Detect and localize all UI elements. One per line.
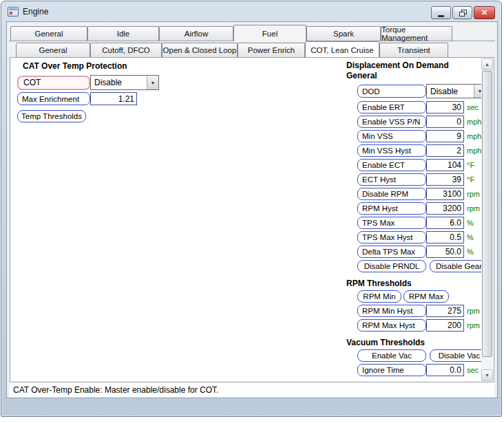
ect-hyst-unit: °F (467, 175, 474, 184)
cot-dropdown-arrow-icon[interactable]: ▼ (147, 76, 158, 89)
ignore-time-unit: sec (467, 366, 479, 374)
min-vss-hyst-value[interactable]: 2 (426, 144, 464, 157)
scrollbar-thumb[interactable] (482, 71, 492, 357)
dod-heading: Displacement On Demand (346, 61, 492, 71)
cot-param-label[interactable]: COT (17, 76, 90, 90)
titlebar[interactable]: Engine ✕ (1, 1, 501, 21)
disable-vac-button[interactable]: Disable Vac (430, 349, 489, 362)
ect-hyst-value[interactable]: 39 (426, 173, 464, 186)
min-vss-hyst-unit: mph (467, 147, 481, 155)
dod-dropdown[interactable]: Disable ▼ (426, 84, 486, 98)
rpm-buttons-row: RPM Min RPM Max (357, 290, 492, 303)
tps-max-unit: % (467, 219, 474, 227)
vacuum-thresholds-heading: Vacuum Thresholds (346, 338, 492, 348)
tab-idle[interactable]: Idle (87, 26, 159, 41)
tab-row-main: General Idle Airflow Fuel Spark Torque M… (10, 26, 452, 41)
tab-airflow[interactable]: Airflow (159, 26, 233, 41)
tab-fuel[interactable]: Fuel (233, 25, 306, 41)
min-vss-hyst-label[interactable]: Min VSS Hyst (357, 144, 426, 157)
enable-ert-unit: sec (467, 103, 479, 111)
delta-tps-max-label[interactable]: Delta TPS Max (357, 246, 426, 258)
tps-max-hyst-unit: % (467, 233, 474, 241)
vacuum-buttons-row: Enable Vac Disable Vac (357, 349, 492, 362)
field-row-enable-vss-pn: Enable VSS P/N 0 mph (357, 116, 492, 128)
tab-spark[interactable]: Spark (306, 26, 381, 41)
status-text: CAT Over-Temp Enable: Master enable/disa… (13, 385, 218, 395)
vertical-scrollbar[interactable]: ▲ ▼ (481, 58, 493, 381)
minimize-button[interactable] (431, 6, 451, 19)
enable-vss-pn-value[interactable]: 0 (426, 116, 464, 128)
disable-rpm-value[interactable]: 3100 (426, 188, 464, 200)
tps-max-hyst-label[interactable]: TPS Max Hyst (357, 231, 426, 243)
min-vss-value[interactable]: 9 (426, 130, 464, 142)
dod-buttons-row: Disable PRNDL Disable Gear (357, 260, 492, 272)
enable-vss-pn-label[interactable]: Enable VSS P/N (357, 116, 426, 128)
ignore-time-label[interactable]: Ignore Time (357, 364, 426, 376)
displacement-on-demand-panel: Displacement On Demand General DOD Disab… (339, 61, 492, 378)
window-controls: ✕ (431, 6, 495, 19)
rpm-max-hyst-label[interactable]: RPM Max Hyst (357, 319, 426, 332)
min-vss-label[interactable]: Min VSS (357, 130, 426, 142)
disable-gear-button[interactable]: Disable Gear (430, 260, 488, 272)
dod-param-label[interactable]: DOD (357, 85, 426, 98)
engine-window: Engine ✕ General Idle Airflow Fuel Spark… (1, 1, 502, 417)
field-row-rpm-hyst: RPM Hyst 3200 rpm (357, 202, 492, 215)
delta-tps-max-value[interactable]: 50.0 (426, 246, 464, 258)
enable-ert-label[interactable]: Enable ERT (357, 101, 426, 113)
field-row-delta-tps-max: Delta TPS Max 50.0 % (357, 246, 492, 258)
enable-vss-pn-unit: mph (467, 118, 481, 126)
content-pane: CAT Over Temp Protection COT Disable ▼ M… (10, 57, 494, 382)
rpm-max-hyst-value[interactable]: 200 (426, 319, 464, 332)
subtab-cutoff-dfco[interactable]: Cutoff, DFCO (90, 43, 162, 57)
rpm-min-hyst-label[interactable]: RPM Min Hyst (357, 305, 426, 317)
ect-hyst-label[interactable]: ECT Hyst (357, 173, 426, 186)
screen: Engine ✕ General Idle Airflow Fuel Spark… (0, 0, 504, 423)
temp-thresholds-button[interactable]: Temp Thresholds (17, 110, 86, 122)
tps-max-hyst-value[interactable]: 0.5 (426, 231, 464, 243)
field-row-rpm-max-hyst: RPM Max Hyst 200 rpm (357, 319, 492, 332)
delta-tps-max-unit: % (467, 248, 474, 256)
enable-ect-label[interactable]: Enable ECT (357, 159, 426, 171)
rpm-max-button[interactable]: RPM Max (403, 290, 449, 303)
rpm-min-button[interactable]: RPM Min (357, 290, 401, 303)
close-icon: ✕ (481, 8, 487, 17)
ignore-time-value[interactable]: 0.0 (426, 364, 464, 376)
tps-max-value[interactable]: 6.0 (426, 217, 464, 229)
dod-dropdown-value: Disable (427, 85, 474, 98)
enable-ect-value[interactable]: 104 (426, 159, 464, 171)
close-button[interactable]: ✕ (474, 6, 495, 19)
enable-ert-value[interactable]: 30 (426, 101, 464, 113)
field-row-ect-hyst: ECT Hyst 39 °F (357, 173, 492, 186)
cot-dropdown[interactable]: Disable ▼ (90, 75, 159, 90)
cot-row: COT Disable ▼ (17, 75, 224, 90)
app-icon (8, 7, 19, 17)
subtab-open-closed-loop[interactable]: Open & Closed Loop (162, 43, 238, 57)
subtab-general[interactable]: General (16, 43, 90, 57)
restore-button[interactable] (452, 6, 472, 19)
subtab-power-enrich[interactable]: Power Enrich (238, 43, 305, 57)
field-row-enable-ert: Enable ERT 30 sec (357, 101, 492, 113)
rpm-hyst-value[interactable]: 3200 (426, 202, 464, 215)
disable-rpm-unit: rpm (467, 190, 480, 198)
disable-rpm-label[interactable]: Disable RPM (357, 188, 426, 200)
subtab-transient[interactable]: Transient (379, 43, 448, 57)
tps-max-label[interactable]: TPS Max (357, 217, 426, 229)
disable-prndl-button[interactable]: Disable PRNDL (357, 260, 426, 272)
field-row-disable-rpm: Disable RPM 3100 rpm (357, 188, 492, 200)
scroll-down-button[interactable]: ▼ (481, 369, 493, 381)
enable-vac-button[interactable]: Enable Vac (357, 349, 426, 362)
tab-torque-management[interactable]: Torque Management (381, 26, 452, 41)
max-enrichment-label[interactable]: Max Enrichment (17, 92, 90, 105)
rpm-min-hyst-value[interactable]: 275 (426, 305, 464, 317)
max-enrichment-value[interactable]: 1.21 (90, 92, 137, 105)
scroll-up-button[interactable]: ▲ (481, 58, 493, 70)
cot-dropdown-value: Disable (91, 76, 147, 89)
subtab-cot-lean-cruise[interactable]: COT, Lean Cruise (305, 41, 379, 58)
rpm-hyst-label[interactable]: RPM Hyst (357, 202, 426, 215)
cat-over-temp-heading: CAT Over Temp Protection (23, 61, 224, 72)
status-bar: CAT Over-Temp Enable: Master enable/disa… (10, 382, 494, 398)
max-enrichment-row: Max Enrichment 1.21 (17, 92, 224, 105)
min-vss-unit: mph (467, 132, 481, 140)
scroll-down-icon: ▼ (485, 373, 490, 378)
tab-general[interactable]: General (10, 26, 87, 41)
